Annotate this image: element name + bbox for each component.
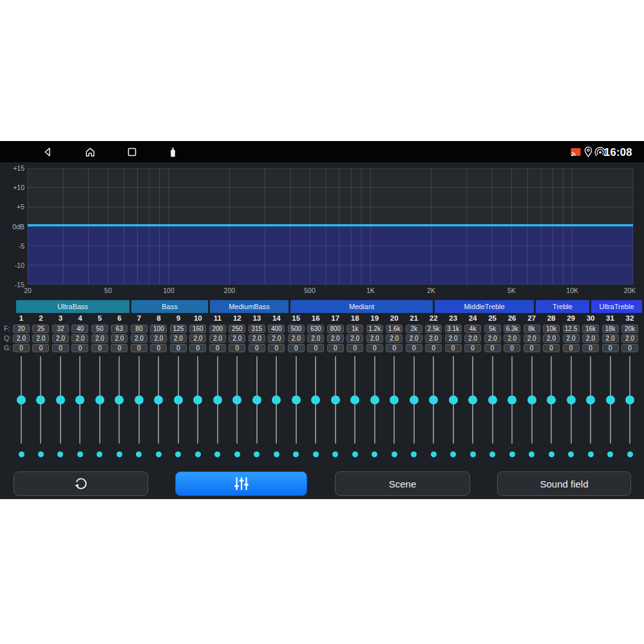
q-value-chip[interactable]: 2.0 xyxy=(346,334,363,343)
q-value-chip[interactable]: 2.0 xyxy=(504,334,520,343)
scene-button[interactable]: Scene xyxy=(335,471,470,496)
gain-value-chip[interactable]: 0 xyxy=(249,344,265,352)
gain-slider-knob[interactable] xyxy=(586,395,595,404)
gain-value-chip[interactable]: 0 xyxy=(91,344,108,352)
gain-value-chip[interactable]: 0 xyxy=(170,344,187,352)
q-value-chip[interactable]: 2.0 xyxy=(464,334,481,343)
gain-value-chip[interactable]: 0 xyxy=(288,344,305,352)
q-value-chip[interactable]: 2.0 xyxy=(543,334,560,343)
gain-slider-knob[interactable] xyxy=(252,395,261,404)
q-value-chip[interactable]: 2.0 xyxy=(445,334,462,343)
gain-value-chip[interactable]: 0 xyxy=(406,344,422,352)
freq-value-chip[interactable]: 500 xyxy=(288,325,305,333)
q-value-chip[interactable]: 2.0 xyxy=(91,334,108,343)
q-value-chip[interactable]: 2.0 xyxy=(229,334,245,343)
gain-value-chip[interactable]: 0 xyxy=(346,344,363,352)
gain-value-chip[interactable]: 0 xyxy=(621,344,638,352)
gain-slider-knob[interactable] xyxy=(350,395,359,404)
gain-slider-knob[interactable] xyxy=(567,395,576,404)
gain-value-chip[interactable]: 0 xyxy=(582,344,599,352)
gain-value-chip[interactable]: 0 xyxy=(71,344,88,352)
gain-slider-knob[interactable] xyxy=(193,395,202,404)
gain-slider-knob[interactable] xyxy=(213,395,222,404)
q-value-chip[interactable]: 2.0 xyxy=(602,334,619,343)
gain-slider-knob[interactable] xyxy=(115,395,124,404)
gain-slider-knob[interactable] xyxy=(488,395,497,404)
gain-value-chip[interactable]: 0 xyxy=(150,344,167,352)
q-value-chip[interactable]: 2.0 xyxy=(52,334,69,343)
q-value-chip[interactable]: 2.0 xyxy=(621,334,638,343)
q-value-chip[interactable]: 2.0 xyxy=(32,334,49,343)
freq-value-chip[interactable]: 3.1k xyxy=(445,325,462,333)
freq-value-chip[interactable]: 4k xyxy=(464,325,481,333)
gain-slider-knob[interactable] xyxy=(17,395,26,404)
q-value-chip[interactable]: 2.0 xyxy=(288,334,305,343)
freq-value-chip[interactable]: 18k xyxy=(602,325,619,333)
gain-slider-knob[interactable] xyxy=(468,395,477,404)
freq-value-chip[interactable]: 400 xyxy=(268,325,285,333)
freq-value-chip[interactable]: 20k xyxy=(621,325,638,333)
freq-value-chip[interactable]: 12.5 xyxy=(563,325,580,333)
gain-slider-knob[interactable] xyxy=(154,395,163,404)
gain-slider-knob[interactable] xyxy=(507,395,516,404)
gain-slider-knob[interactable] xyxy=(606,395,615,404)
freq-value-chip[interactable]: 10k xyxy=(543,325,560,333)
gain-slider-knob[interactable] xyxy=(56,395,65,404)
freq-value-chip[interactable]: 100 xyxy=(150,325,167,333)
gain-slider-knob[interactable] xyxy=(272,395,281,404)
q-value-chip[interactable]: 2.0 xyxy=(425,334,442,343)
q-value-chip[interactable]: 2.0 xyxy=(524,334,540,343)
freq-value-chip[interactable]: 200 xyxy=(209,325,226,333)
gain-slider-knob[interactable] xyxy=(547,395,556,404)
gain-value-chip[interactable]: 0 xyxy=(52,344,69,352)
q-value-chip[interactable]: 2.0 xyxy=(406,334,422,343)
gain-value-chip[interactable]: 0 xyxy=(327,344,344,352)
gain-value-chip[interactable]: 0 xyxy=(543,344,560,352)
freq-value-chip[interactable]: 630 xyxy=(307,325,324,333)
gain-value-chip[interactable]: 0 xyxy=(366,344,383,352)
gain-value-chip[interactable]: 0 xyxy=(602,344,619,352)
freq-value-chip[interactable]: 1.2k xyxy=(366,325,383,333)
gain-slider-knob[interactable] xyxy=(449,395,458,404)
sound-field-button[interactable]: Sound field xyxy=(497,471,631,496)
freq-value-chip[interactable]: 40 xyxy=(71,325,88,333)
freq-value-chip[interactable]: 315 xyxy=(249,325,265,333)
freq-value-chip[interactable]: 2k xyxy=(406,325,422,333)
freq-value-chip[interactable]: 800 xyxy=(327,325,344,333)
reset-button[interactable] xyxy=(14,471,148,496)
gain-value-chip[interactable]: 0 xyxy=(131,344,147,352)
freq-value-chip[interactable]: 1k xyxy=(346,325,363,333)
recents-icon[interactable] xyxy=(126,146,138,158)
q-value-chip[interactable]: 2.0 xyxy=(150,334,167,343)
back-icon[interactable] xyxy=(41,146,54,158)
gain-value-chip[interactable]: 0 xyxy=(268,344,285,352)
gain-slider-knob[interactable] xyxy=(370,395,379,404)
freq-value-chip[interactable]: 6.3k xyxy=(504,325,520,333)
gain-value-chip[interactable]: 0 xyxy=(111,344,128,352)
freq-value-chip[interactable]: 1.6k xyxy=(386,325,402,333)
freq-value-chip[interactable]: 5k xyxy=(484,325,501,333)
gain-value-chip[interactable]: 0 xyxy=(32,344,49,352)
gain-value-chip[interactable]: 0 xyxy=(386,344,402,352)
gain-slider-knob[interactable] xyxy=(232,395,242,404)
gain-value-chip[interactable]: 0 xyxy=(307,344,324,352)
freq-value-chip[interactable]: 16k xyxy=(582,325,599,333)
freq-value-chip[interactable]: 25 xyxy=(32,325,49,333)
freq-value-chip[interactable]: 32 xyxy=(52,325,69,333)
home-icon[interactable] xyxy=(84,146,97,158)
gain-value-chip[interactable]: 0 xyxy=(445,344,462,352)
gain-value-chip[interactable]: 0 xyxy=(504,344,520,352)
gain-value-chip[interactable]: 0 xyxy=(563,344,580,352)
equalizer-tab-button[interactable] xyxy=(175,471,307,496)
q-value-chip[interactable]: 2.0 xyxy=(307,334,324,343)
gain-slider-knob[interactable] xyxy=(95,395,104,404)
q-value-chip[interactable]: 2.0 xyxy=(131,334,147,343)
q-value-chip[interactable]: 2.0 xyxy=(13,334,30,343)
gain-value-chip[interactable]: 0 xyxy=(524,344,540,352)
gain-value-chip[interactable]: 0 xyxy=(189,344,206,352)
gain-slider-knob[interactable] xyxy=(135,395,144,404)
gain-slider-knob[interactable] xyxy=(311,395,320,404)
gain-value-chip[interactable]: 0 xyxy=(464,344,481,352)
q-value-chip[interactable]: 2.0 xyxy=(111,334,128,343)
q-value-chip[interactable]: 2.0 xyxy=(366,334,383,343)
